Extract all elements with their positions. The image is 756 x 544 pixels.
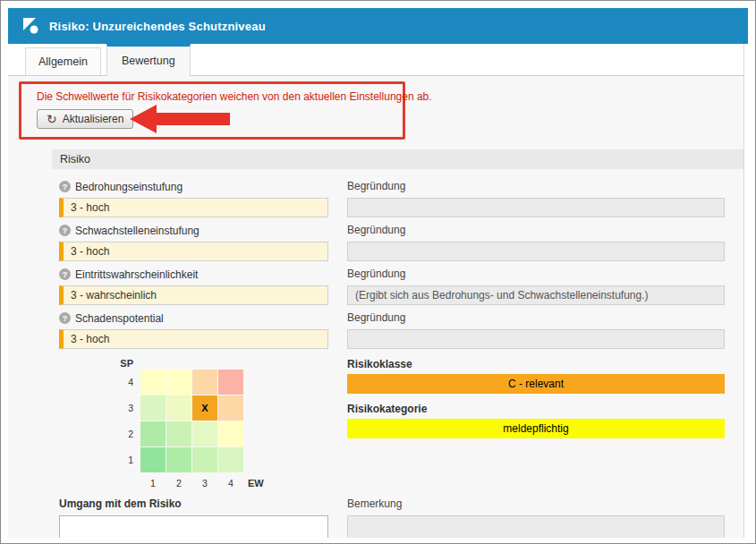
matrix-y-axis-label: SP (116, 354, 140, 369)
umgang-label: Umgang mit dem Risiko (59, 497, 328, 511)
eintrittswahrscheinlichkeit-input[interactable]: 3 - wahrscheinlich (59, 285, 328, 305)
field-row-eintrittswahrscheinlichkeit: ? Eintrittswahrscheinlichkeit 3 - wahrsc… (59, 261, 725, 305)
bemerkung-input[interactable] (347, 515, 725, 538)
matrix-cell[interactable] (166, 447, 191, 472)
begruendung-label: Begründung (347, 180, 725, 193)
matrix-spacer (140, 354, 166, 369)
help-icon[interactable]: ? (59, 312, 71, 324)
help-icon[interactable]: ? (59, 225, 71, 236)
matrix-cell[interactable] (218, 370, 243, 395)
umgang-select[interactable] (59, 515, 328, 538)
matrix-cell[interactable] (192, 447, 217, 472)
matrix-spacer (244, 421, 273, 446)
app-logo-icon (21, 16, 40, 36)
app-window: Risiko: Unzureichendes Schutzniveau Allg… (0, 0, 756, 544)
schadenspotential-input[interactable]: 3 - hoch (59, 329, 328, 349)
field-label-schadenspotential: Schadenspotential (75, 312, 164, 325)
matrix-cell[interactable] (218, 395, 243, 421)
matrix-cell[interactable] (192, 421, 217, 446)
matrix-cell[interactable] (218, 447, 243, 472)
tab-bewertung[interactable]: Bewertung (106, 44, 191, 76)
field-label-bedrohungseinstufung: Bedrohungseinstufung (75, 181, 183, 193)
threshold-warning-box: Die Schwellwerte für Risikokategorien we… (19, 81, 405, 140)
bemerkung-label: Bemerkung (347, 497, 725, 511)
aktualisieren-button[interactable]: ↻ Aktualisieren (37, 109, 133, 129)
matrix-col-label: 1 (140, 473, 166, 489)
main-panel: Allgemein Bewertung Die Schwellwerte für… (8, 44, 744, 538)
risikokategorie-label: Risikokategorie (347, 403, 725, 415)
title-bar: Risiko: Unzureichendes Schutzniveau (8, 8, 748, 44)
matrix-cell[interactable] (140, 395, 166, 421)
tab-strip: Allgemein Bewertung (8, 44, 743, 76)
risikoklasse-label: Risikoklasse (347, 358, 725, 370)
help-icon[interactable]: ? (59, 268, 71, 280)
matrix-spacer (116, 473, 140, 489)
matrix-cell[interactable] (140, 370, 166, 395)
field-row-schwachstelleneinstufung: ? Schwachstelleneinstufung 3 - hoch Begr… (59, 217, 725, 261)
help-icon[interactable]: ? (59, 181, 71, 192)
refresh-icon: ↻ (47, 113, 57, 125)
matrix-spacer (192, 354, 217, 369)
schwachstelleneinstufung-input[interactable]: 3 - hoch (59, 242, 328, 261)
aktualisieren-button-label: Aktualisieren (63, 113, 124, 125)
matrix-cell[interactable]: X (192, 395, 217, 421)
matrix-cell[interactable] (166, 421, 191, 446)
field-label-eintrittswahrscheinlichkeit: Eintrittswahrscheinlichkeit (75, 268, 198, 281)
matrix-row-label: 3 (116, 395, 140, 421)
matrix-cell[interactable] (166, 370, 191, 395)
window-title: Risiko: Unzureichendes Schutzniveau (49, 20, 266, 33)
matrix-cell[interactable] (166, 395, 191, 421)
matrix-cell[interactable] (218, 421, 243, 446)
matrix-spacer (244, 370, 273, 395)
threshold-warning-message: Die Schwellwerte für Risikokategorien we… (37, 90, 392, 103)
annotation-arrow-icon (130, 104, 230, 134)
matrix-col-label: 4 (218, 473, 243, 489)
matrix-x-axis-label: EW (244, 473, 273, 489)
matrix-cell[interactable] (192, 370, 217, 395)
begruendung-label: Begründung (347, 224, 725, 237)
field-row-schadenspotential: ? Schadenspotential 3 - hoch Begründung (59, 305, 725, 349)
matrix-spacer (244, 447, 273, 472)
begruendung-input[interactable] (347, 329, 725, 349)
matrix-col-label: 2 (166, 473, 191, 489)
matrix-row: SP43X211234EW Risikoklasse C - relevant … (59, 349, 725, 489)
matrix-spacer (166, 354, 191, 369)
matrix-row-label: 4 (116, 370, 140, 395)
begruendung-label: Begründung (347, 268, 725, 281)
matrix-row-label: 1 (116, 447, 140, 472)
begruendung-input[interactable] (347, 242, 725, 261)
bedrohungseinstufung-input[interactable]: 3 - hoch (59, 198, 328, 217)
matrix-row-label: 2 (116, 421, 140, 446)
bottom-row: Umgang mit dem Risiko Bemerkung (59, 489, 725, 538)
tab-allgemein[interactable]: Allgemein (25, 47, 101, 75)
risk-class-bar: C - relevant (347, 374, 725, 394)
begruendung-input[interactable]: (Ergibt sich aus Bedrohungs- und Schwach… (347, 285, 725, 305)
matrix-spacer (218, 354, 243, 369)
matrix-spacer (244, 354, 273, 369)
begruendung-input[interactable] (347, 198, 725, 217)
risk-matrix: SP43X211234EW (116, 354, 273, 489)
field-row-bedrohungseinstufung: ? Bedrohungseinstufung 3 - hoch Begründu… (59, 174, 725, 217)
risk-category-bar: meldepflichtig (347, 419, 725, 438)
begruendung-label: Begründung (347, 311, 725, 325)
risiko-section-header: Risiko (52, 149, 743, 169)
risiko-section: Risiko ? Bedrohungseinstufung 3 - hoch B… (52, 149, 743, 538)
matrix-col-label: 3 (192, 473, 217, 489)
matrix-spacer (244, 395, 273, 421)
matrix-cell[interactable] (140, 447, 166, 472)
matrix-cell[interactable] (140, 421, 166, 446)
field-label-schwachstelleneinstufung: Schwachstelleneinstufung (75, 225, 200, 237)
